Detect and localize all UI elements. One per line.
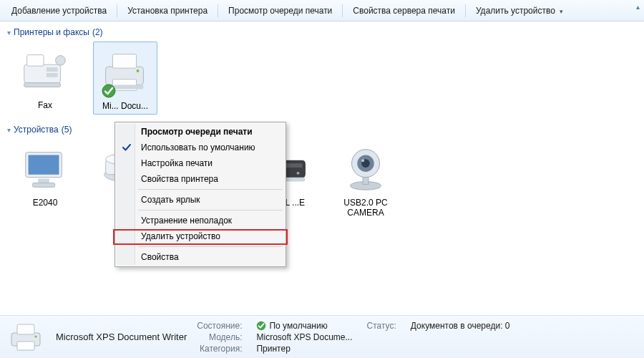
device-item-usb-camera[interactable]: USB2.0 PC CAMERA	[333, 139, 398, 221]
toolbar-scroll-up-icon[interactable]: ▴	[633, 1, 643, 11]
group-label: Устройства	[14, 125, 59, 135]
details-status-label: Статус:	[367, 321, 396, 331]
device-item-fax[interactable]: Fax	[13, 42, 77, 115]
toolbar-separator	[342, 4, 343, 17]
devices-grid: E2040	[3, 137, 644, 228]
svg-rect-3	[47, 73, 58, 77]
webcam-icon	[338, 142, 394, 196]
group-count: (2)	[92, 27, 103, 37]
svg-rect-31	[17, 342, 34, 350]
details-category-label: Категория:	[197, 344, 242, 354]
command-bar: Добавление устройства Установка принтера…	[0, 0, 644, 21]
device-item-e2040[interactable]: E2040	[13, 139, 77, 221]
svg-rect-4	[24, 83, 61, 87]
context-menu-item-label: Использовать по умолчанию	[141, 142, 255, 153]
context-menu-separator	[138, 210, 283, 211]
printer-icon	[7, 320, 46, 354]
toolbar-separator	[117, 4, 117, 17]
details-model-value: Microsoft XPS Docume...	[256, 332, 352, 342]
details-title: Microsoft XPS Document Writer	[56, 332, 187, 342]
details-category-value: Принтер	[256, 344, 352, 354]
details-properties: Состояние: По умолчанию Статус: Документ…	[197, 321, 509, 354]
details-state-label: Состояние:	[197, 321, 242, 331]
group-count: (5)	[62, 125, 72, 135]
svg-rect-7	[112, 54, 136, 69]
svg-rect-13	[29, 155, 59, 175]
fax-icon	[17, 44, 73, 99]
details-pane: Microsoft XPS Document Writer Состояние:…	[0, 315, 644, 358]
toolbar-view-print-queue[interactable]: Просмотр очереди печати	[221, 3, 339, 19]
svg-point-5	[56, 56, 66, 66]
svg-rect-30	[17, 324, 34, 334]
printers-grid: Fax Mi... Docu...	[3, 40, 644, 122]
ok-check-icon	[256, 321, 266, 331]
device-label: E2040	[33, 198, 58, 208]
context-menu-separator	[138, 246, 283, 247]
device-label: Fax	[38, 100, 52, 110]
details-state-value: По умолчанию	[256, 321, 352, 331]
content-area: ▾ Принтеры и факсы (2) Fax	[0, 21, 644, 315]
svg-point-32	[34, 335, 36, 337]
checkmark-icon	[122, 142, 132, 153]
context-menu-troubleshoot[interactable]: Устранение неполадок	[117, 213, 284, 228]
device-item-xps-writer[interactable]: Mi... Docu...	[93, 42, 157, 115]
svg-rect-1	[27, 55, 44, 67]
svg-rect-15	[32, 183, 54, 188]
context-menu-printer-properties[interactable]: Свойства принтера	[117, 171, 284, 187]
toolbar-add-device[interactable]: Добавление устройства	[4, 3, 114, 19]
svg-rect-2	[47, 67, 58, 72]
details-state-text: По умолчанию	[269, 321, 327, 331]
device-label: USB2.0 PC CAMERA	[336, 198, 395, 218]
printer-icon	[97, 45, 153, 100]
context-menu-remove-device[interactable]: Удалить устройство	[117, 228, 284, 244]
context-menu-properties[interactable]: Свойства	[117, 249, 284, 265]
context-menu-create-shortcut[interactable]: Создать ярлык	[117, 192, 284, 208]
group-header-devices[interactable]: ▾ Устройства (5)	[3, 122, 644, 137]
context-menu: Просмотр очереди печати Использовать по …	[114, 122, 286, 267]
toolbar-remove-device-label: Удалить устройство	[476, 6, 555, 16]
default-check-badge-icon	[102, 84, 116, 98]
device-label: Mi... Docu...	[102, 101, 148, 111]
chevron-down-icon: ▾	[560, 8, 563, 15]
svg-point-21	[297, 172, 300, 175]
details-model-label: Модель:	[197, 332, 242, 342]
toolbar-remove-device[interactable]: Удалить устройство ▾	[469, 3, 570, 19]
svg-point-9	[137, 69, 140, 72]
toolbar-add-printer[interactable]: Установка принтера	[120, 3, 215, 19]
toolbar-print-server-properties[interactable]: Свойства сервера печати	[346, 3, 462, 19]
collapse-icon: ▾	[7, 29, 11, 37]
context-menu-view-queue[interactable]: Просмотр очереди печати	[117, 124, 284, 140]
collapse-icon: ▾	[7, 126, 11, 134]
group-header-printers-faxes[interactable]: ▾ Принтеры и факсы (2)	[3, 24, 644, 40]
context-menu-set-default[interactable]: Использовать по умолчанию	[117, 140, 284, 155]
group-label: Принтеры и факсы	[14, 27, 89, 37]
svg-point-11	[102, 84, 115, 97]
svg-point-28	[361, 159, 364, 162]
monitor-icon	[17, 142, 73, 196]
context-menu-printing-preferences[interactable]: Настройка печати	[117, 155, 284, 171]
context-menu-separator	[138, 189, 283, 190]
svg-rect-14	[38, 179, 49, 183]
toolbar-separator	[465, 4, 466, 17]
details-status-value: Документов в очереди: 0	[411, 321, 510, 331]
toolbar-separator	[218, 4, 218, 17]
